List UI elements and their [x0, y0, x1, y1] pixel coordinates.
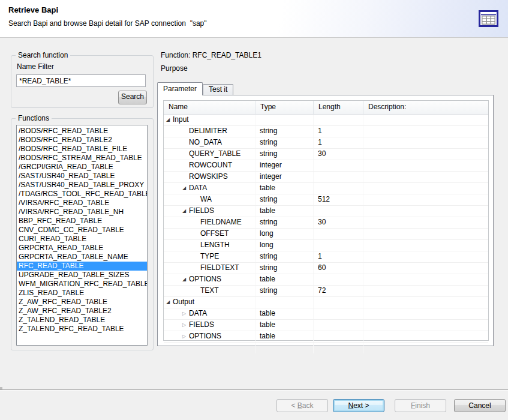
name-cell: FIELDTEXT [164, 263, 255, 274]
table-row[interactable]: LENGTHlong [164, 240, 488, 251]
param-type: string [255, 251, 314, 262]
function-name-label: Function: RFC_READ_TABLE1 [161, 51, 261, 59]
table-row[interactable]: QUERY_TABLEstring30 [164, 149, 488, 160]
table-row[interactable]: OPTIONStable [164, 274, 488, 286]
table-row[interactable]: FIELDStable [164, 206, 488, 217]
list-item[interactable]: /GRCPI/GRIA_READ_TABLE [17, 163, 147, 172]
param-length: 512 [314, 194, 363, 205]
name-filter-input[interactable] [16, 74, 146, 87]
param-name: OFFSET [200, 229, 229, 239]
table-row[interactable]: Output [164, 297, 488, 308]
list-item[interactable]: /BODS/RFC_READ_TABLE_FILE [17, 145, 147, 154]
table-row[interactable]: DATAtable [164, 183, 488, 194]
list-item[interactable]: Z_AW_RFC_READ_TABLE [17, 298, 147, 307]
table-row[interactable]: FIELDTEXTstring60 [164, 263, 488, 274]
table-grid-icon [479, 10, 498, 27]
search-button[interactable]: Search [118, 91, 147, 104]
tab-test-it[interactable]: Test it [203, 84, 233, 95]
param-description [363, 297, 488, 308]
functions-list[interactable]: /BODS/RFC_READ_TABLE/BODS/RFC_READ_TABLE… [16, 125, 148, 346]
param-length: 30 [314, 217, 363, 228]
collapse-arrow-icon[interactable] [166, 297, 172, 308]
param-name: TYPE [200, 251, 219, 262]
list-item[interactable]: /VIRSA/RFC_READ_TABLE_NH [17, 208, 147, 217]
page-title: Retrieve Bapi [8, 5, 58, 14]
param-type: long [255, 229, 314, 239]
table-row[interactable]: NO_DATAstring1 [164, 137, 488, 149]
table-row[interactable]: FIELDStable [164, 320, 488, 331]
list-item[interactable]: /SAST/USR40_READ_TABLE_PROXY [17, 181, 147, 190]
param-description [363, 286, 488, 296]
list-item[interactable]: GRPCRTA_READ_TABLE_NAME [17, 253, 147, 262]
name-cell: Output [164, 297, 255, 308]
name-cell: Input [164, 115, 255, 125]
list-item[interactable]: GRPCRTA_READ_TABLE [17, 244, 147, 253]
list-item[interactable]: /SAST/USR40_READ_TABLE [17, 172, 147, 181]
param-type: table [255, 274, 314, 285]
column-header-description[interactable]: Description: [363, 101, 488, 114]
list-item[interactable]: BBP_RFC_READ_TABLE [17, 217, 147, 226]
list-item[interactable]: /BODS/RFC_READ_TABLE2 [17, 136, 147, 145]
next-button[interactable]: Next > [333, 399, 384, 412]
table-row[interactable]: WAstring512 [164, 194, 488, 206]
param-description [363, 229, 488, 239]
param-name: LENGTH [200, 240, 230, 250]
table-row[interactable]: DELIMITERstring1 [164, 126, 488, 137]
column-header-name[interactable]: Name [164, 101, 255, 114]
list-item[interactable]: /TDAG/RCS_TOOL_RFC_READ_TABLE [17, 190, 147, 199]
table-row[interactable] [164, 343, 488, 354]
table-row[interactable]: OFFSETlong [164, 229, 488, 240]
name-cell: WA [164, 194, 255, 205]
expand-arrow-icon[interactable] [182, 320, 188, 331]
table-row[interactable]: OPTIONStable [164, 331, 488, 343]
table-row[interactable]: Input [164, 115, 488, 126]
table-row[interactable]: FIELDNAMEstring30 [164, 217, 488, 229]
table-row[interactable]: DATAtable [164, 308, 488, 320]
param-type [255, 297, 314, 308]
list-item[interactable]: UPGRADE_READ_TABLE_SIZES [17, 271, 147, 280]
list-item[interactable]: ZLIS_READ_TABLE [17, 289, 147, 298]
list-item[interactable]: Z_TALEND_READ_TABLE [17, 316, 147, 325]
list-item[interactable]: WFM_MIGRATION_RFC_READ_TABLE [17, 280, 147, 289]
param-length: 30 [314, 149, 363, 160]
cancel-button[interactable]: Cancel [454, 399, 506, 412]
name-cell: TEXT [164, 286, 255, 296]
param-type [255, 343, 314, 353]
table-row[interactable]: ROWCOUNTinteger [164, 160, 488, 172]
search-function-group: Search function Name Filter Search [11, 55, 154, 108]
collapse-arrow-icon[interactable] [182, 274, 188, 285]
collapse-arrow-icon[interactable] [182, 206, 188, 217]
param-description [363, 194, 488, 205]
name-cell [164, 343, 255, 353]
collapse-arrow-icon[interactable] [182, 183, 188, 194]
column-header-length[interactable]: Length [314, 101, 363, 114]
list-item[interactable]: Z_TALEND_RFC_READ_TABLE [17, 325, 147, 334]
param-description [363, 160, 488, 171]
param-name: ROWCOUNT [189, 160, 232, 170]
expand-arrow-icon[interactable] [182, 308, 188, 319]
column-header-type[interactable]: Type [255, 101, 314, 114]
name-cell: OPTIONS [164, 274, 255, 285]
param-type: string [255, 137, 314, 148]
list-item[interactable]: CNV_CDMC_CC_READ_TABLE [17, 226, 147, 235]
collapse-arrow-icon[interactable] [166, 115, 172, 125]
name-cell: ROWCOUNT [164, 160, 255, 171]
list-item[interactable]: Z_AW_RFC_READ_TABLE2 [17, 307, 147, 316]
list-item[interactable]: /VIRSA/RFC_READ_TABLE [17, 199, 147, 208]
tab-parameter[interactable]: Parameter [157, 82, 203, 95]
param-description [363, 149, 488, 160]
param-description [363, 206, 488, 217]
list-item[interactable]: /BODS/RFC_READ_TABLE [17, 127, 147, 136]
table-row[interactable]: TYPEstring1 [164, 251, 488, 263]
table-row[interactable]: ROWSKIPSinteger [164, 172, 488, 183]
param-length [314, 331, 363, 342]
retrieve-bapi-wizard: Retrieve Bapi Search Bapi and browse Bap… [0, 0, 508, 420]
list-item[interactable]: CURI_READ_TABLE [17, 235, 147, 244]
param-name: FIELDNAME [200, 217, 242, 227]
expand-arrow-icon[interactable] [182, 331, 188, 342]
list-item-selected[interactable]: RFC_READ_TABLE [17, 262, 147, 271]
list-item[interactable]: /BODS/RFC_STREAM_READ_TABLE [17, 154, 147, 163]
table-row[interactable]: TEXTstring72 [164, 286, 488, 297]
param-type: long [255, 240, 314, 251]
param-description [363, 274, 488, 285]
